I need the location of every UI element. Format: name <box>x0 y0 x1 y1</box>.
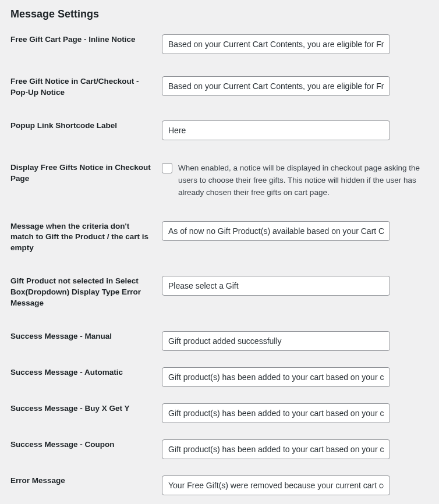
label-success-coupon: Success Message - Coupon <box>10 439 151 450</box>
label-popup-link-label: Popup Link Shortcode Label <box>10 120 151 132</box>
input-popup-notice[interactable] <box>162 76 390 96</box>
input-inline-notice[interactable] <box>162 34 390 54</box>
input-success-manual[interactable] <box>162 331 390 351</box>
input-success-auto[interactable] <box>162 367 390 387</box>
label-popup-notice: Free Gift Notice in Cart/Checkout - Pop-… <box>10 76 151 98</box>
row-inline-notice: Free Gift Cart Page - Inline Notice <box>10 34 429 54</box>
row-success-manual: Success Message - Manual <box>10 331 429 351</box>
row-success-coupon: Success Message - Coupon <box>10 439 429 459</box>
row-success-bogo: Success Message - Buy X Get Y <box>10 403 429 423</box>
input-success-bogo[interactable] <box>162 403 390 423</box>
label-dropdown-error: Gift Product not selected in Select Box(… <box>10 276 151 309</box>
input-dropdown-error[interactable] <box>162 276 390 296</box>
input-popup-link-label[interactable] <box>162 120 390 140</box>
row-success-auto: Success Message - Automatic <box>10 367 429 387</box>
row-dropdown-error: Gift Product not selected in Select Box(… <box>10 276 429 309</box>
label-no-match-msg: Message when the criteria don't match to… <box>10 221 151 254</box>
row-error-msg: Error Message <box>10 475 429 495</box>
row-popup-link-label: Popup Link Shortcode Label <box>10 120 429 140</box>
checkbox-display-checkout-notice[interactable] <box>162 163 172 173</box>
label-display-checkout-notice: Display Free Gifts Notice in Checkout Pa… <box>10 162 151 184</box>
input-error-msg[interactable] <box>162 475 390 495</box>
label-inline-notice: Free Gift Cart Page - Inline Notice <box>10 34 151 45</box>
desc-display-checkout-notice: When enabled, a notice will be displayed… <box>178 162 429 199</box>
input-no-match-msg[interactable] <box>162 221 390 241</box>
label-error-msg: Error Message <box>10 475 151 487</box>
row-popup-notice: Free Gift Notice in Cart/Checkout - Pop-… <box>10 76 429 98</box>
label-success-auto: Success Message - Automatic <box>10 367 151 378</box>
input-success-coupon[interactable] <box>162 439 390 459</box>
row-no-match-msg: Message when the criteria don't match to… <box>10 221 429 254</box>
page-title: Message Settings <box>10 8 429 20</box>
label-success-bogo: Success Message - Buy X Get Y <box>10 403 151 414</box>
row-display-checkout-notice: Display Free Gifts Notice in Checkout Pa… <box>10 162 429 199</box>
label-success-manual: Success Message - Manual <box>10 331 151 342</box>
